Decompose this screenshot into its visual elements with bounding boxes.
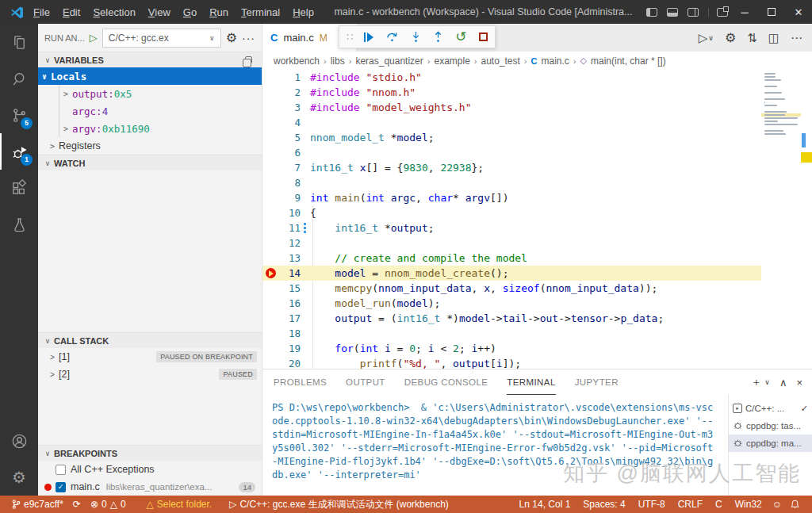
code-line[interactable]: 2#include "nnom.h" [262,85,761,100]
line-number[interactable]: 15 [278,282,301,294]
code-line[interactable]: 3#include "model_weights.h" [262,100,761,115]
breakpoint-checkbox[interactable]: ✓ [56,482,66,492]
variable-row[interactable]: >argv: 0xb11690 [59,120,262,137]
extensions-icon[interactable] [0,170,38,206]
stop-button[interactable] [479,33,488,41]
line-number[interactable]: 14 [278,267,301,279]
menu-help[interactable]: Help [286,6,320,18]
feedback-icon[interactable]: ☺ [768,496,786,513]
close-panel-icon[interactable]: × [796,377,802,389]
line-number[interactable]: 4 [278,117,301,128]
line-number[interactable]: 18 [278,327,301,339]
variable-row[interactable]: >output: 0x5 [59,85,262,102]
restart-button[interactable]: ↺ [455,30,466,44]
more-actions-icon[interactable]: ··· [242,32,255,44]
line-number[interactable]: 9 [278,192,301,204]
terminal-session-item[interactable]: ▸C/C++: ...✓ [729,400,812,417]
line-number[interactable]: 13 [278,252,301,264]
code-line[interactable]: 7int16_t x[] = {9830, 22938}; [262,160,761,175]
problems-item[interactable]: ⊗ 0 △ 0 [86,496,130,513]
terminal-dropdown-icon[interactable]: ∨ [764,378,770,386]
new-terminal-icon[interactable]: ＋ [751,375,761,389]
paused-breakpoint-icon[interactable] [262,268,278,278]
variables-scope-locals[interactable]: ∨ Locals [38,67,262,85]
continue-button[interactable] [364,33,373,42]
step-into-button[interactable] [411,31,421,43]
split-editor-icon[interactable]: ◫ [768,31,779,45]
call-stack-frame[interactable]: >[2]PAUSED [38,366,262,383]
minimap[interactable] [761,70,801,369]
breadcrumb-item[interactable]: main.c [541,56,569,67]
start-debug-button[interactable]: ▷ [90,32,98,44]
code-line[interactable]: 9int main(int argc, char* argv[]) [262,190,761,205]
breadcrumb-item[interactable]: main(int, char * []) [591,56,666,67]
overview-ruler[interactable] [801,70,812,369]
toggle-secondary-sidebar-icon[interactable] [688,8,699,17]
call-stack-section-header[interactable]: ∨ CALL STACK [38,332,262,348]
breadcrumb-item[interactable]: workbench [274,56,320,67]
settings-gear-icon[interactable]: ⚙ [0,459,38,496]
more-actions-icon[interactable]: ⋯ [791,31,802,45]
line-number[interactable]: 20 [278,358,301,369]
drag-handle-icon[interactable]: ∷ [347,31,352,43]
variable-row[interactable]: argc: 4 [59,102,262,120]
code-line[interactable]: 14 model = nnom_model_create(); [262,266,761,281]
compare-changes-icon[interactable]: ⇅ [747,31,757,45]
status-language-mode[interactable]: C [709,496,729,513]
panel-tab-output[interactable]: OUTPUT [346,370,385,395]
code-line[interactable]: 13 // create and compile the model [262,251,761,266]
variables-section-header[interactable]: ∨ VARIABLES [38,52,262,67]
code-line[interactable]: 11 int16_t *output; [262,220,761,235]
minimize-button[interactable]: ─ [731,0,758,24]
line-number[interactable]: 10 [278,207,301,219]
panel-tab-jupyter[interactable]: JUPYTER [575,370,619,395]
breadcrumb-item[interactable]: auto_test [481,56,519,67]
bell-icon[interactable] [786,496,804,513]
sync-item[interactable]: ⟳ [69,496,85,513]
line-number[interactable]: 17 [278,312,301,324]
account-icon[interactable] [0,423,38,459]
panel-tab-terminal[interactable]: TERMINAL [507,370,555,395]
code-line[interactable]: 15 memcpy(nnom_input_data, x, sizeof(nno… [262,281,761,296]
panel-tab-debug-console[interactable]: DEBUG CONSOLE [404,370,488,395]
toggle-panel-icon[interactable] [667,8,678,17]
explorer-icon[interactable] [0,24,38,60]
debug-task-item[interactable]: ▷ C/C++: gcc.exe 生成和调试活动文件 (workbench) [225,496,453,513]
breakpoint-row[interactable]: ✓main.clibs\keras_quantizer\exa...14 [38,478,262,496]
source-control-icon[interactable]: 5 [0,97,38,133]
code-line[interactable]: 20 printf("%d, ", output[i]); [262,356,761,369]
code-line[interactable]: 17 output = (int16_t *)model->tail->out-… [262,311,761,326]
debug-config-dropdown[interactable]: C/C++: gcc.ex ∨ [102,29,221,48]
line-number[interactable]: 3 [278,101,301,113]
code-line[interactable]: 1#include "stdio.h" [262,70,761,85]
search-icon[interactable] [0,60,38,97]
code-line[interactable]: 10{ [262,205,761,220]
breadcrumb-item[interactable]: example [434,56,469,67]
maximize-button[interactable] [758,0,785,24]
toggle-sidebar-icon[interactable] [646,8,657,17]
debug-settings-gear-icon[interactable]: ⚙ [226,30,237,45]
line-number[interactable]: 2 [278,86,301,98]
code-line[interactable]: 8 [262,175,761,190]
run-or-debug-icon[interactable]: ▷∨ [699,31,714,45]
code-editor[interactable]: 1#include "stdio.h"2#include "nnom.h"3#i… [262,70,812,369]
status-platform[interactable]: Win32 [729,496,768,513]
line-number[interactable]: 8 [278,177,301,189]
line-number[interactable]: 12 [278,237,301,249]
run-and-debug-icon[interactable]: 1 [0,133,38,170]
code-line[interactable]: 18 [262,326,761,341]
line-number[interactable]: 6 [278,147,301,159]
status-encoding[interactable]: UTF-8 [632,496,672,513]
line-number[interactable]: 1 [278,71,301,83]
terminal-session-item[interactable]: cppdbg: ma... [729,435,812,452]
status-indentation[interactable]: Spaces: 4 [576,496,631,513]
code-line[interactable]: 12 [262,235,761,251]
line-number[interactable]: 7 [278,162,301,174]
testing-icon[interactable] [0,206,38,243]
breakpoint-checkbox[interactable] [56,465,66,475]
step-over-button[interactable] [385,31,399,43]
git-branch-item[interactable]: e9c7acff* [8,496,67,513]
breakpoints-section-header[interactable]: ∨ BREAKPOINTS [38,445,262,461]
status-cursor-position[interactable]: Ln 14, Col 1 [513,496,577,513]
customize-layout-icon[interactable] [717,8,728,17]
